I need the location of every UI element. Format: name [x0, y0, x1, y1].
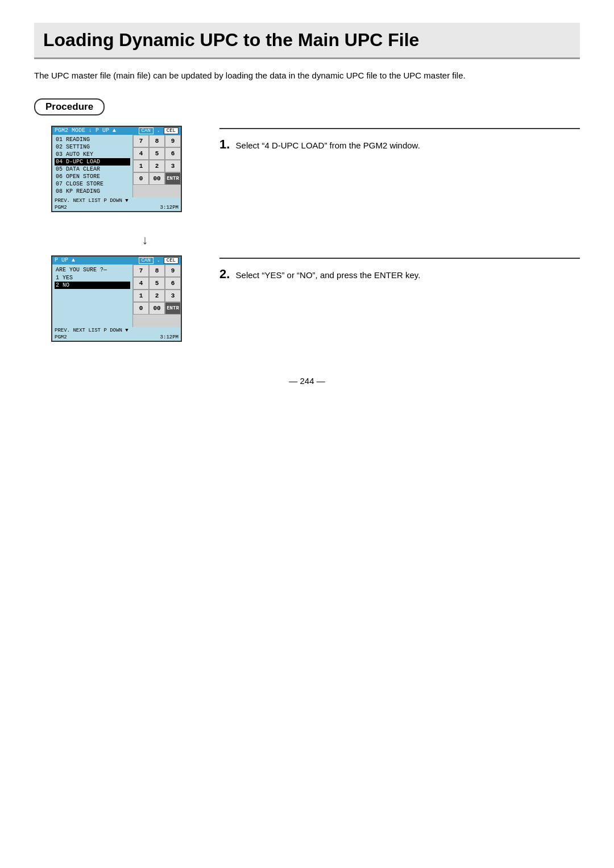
- numpad-6[interactable]: 6: [165, 147, 181, 160]
- step-1-number: 1.: [219, 137, 230, 151]
- screen2-blank2: [55, 296, 130, 304]
- screen2-footer: PGM2 3:12PM: [52, 334, 181, 341]
- procedure-label: Procedure: [34, 98, 105, 115]
- step-2-description: Select “YES” or “NO”, and press the ENTE…: [236, 270, 421, 280]
- menu-item-4[interactable]: 04 D-UPC LOAD: [55, 158, 130, 166]
- screen1-main: 01 READING 02 SETTING 03 AUTO KEY 04 D-U…: [52, 135, 181, 197]
- numpad-8[interactable]: 8: [149, 135, 165, 147]
- screen1-column: PGM2 MODE ↓ P UP ▲ CAN . CEL 01 READING …: [34, 126, 199, 212]
- numpad2-0[interactable]: 0: [133, 302, 149, 315]
- screen2-footer-left: PGM2: [55, 334, 67, 340]
- menu-item-2[interactable]: 02 SETTING: [55, 143, 130, 151]
- numpad-5[interactable]: 5: [149, 147, 165, 160]
- screen1-title: PGM2 MODE ↓ P UP ▲: [55, 127, 116, 134]
- screen2-nav: PREV. NEXT LIST P DOWN ▼: [55, 328, 128, 333]
- screen2-time: 3:12PM: [160, 334, 179, 340]
- numpad-2[interactable]: 2: [149, 160, 165, 172]
- numpad2-2[interactable]: 2: [149, 290, 165, 302]
- screen2-blank4: [55, 311, 130, 319]
- step-1-row: PGM2 MODE ↓ P UP ▲ CAN . CEL 01 READING …: [34, 126, 580, 212]
- menu-item-3[interactable]: 03 AUTO KEY: [55, 151, 130, 158]
- step-2-header: [219, 255, 580, 259]
- menu-item-5[interactable]: 05 DATA CLEAR: [55, 166, 130, 173]
- numpad2-9[interactable]: 9: [165, 264, 181, 277]
- screen1-footer-left: PGM2: [55, 205, 67, 210]
- step-1-text: 1. Select “4 D-UPC LOAD” from the PGM2 w…: [219, 135, 580, 154]
- step-2-row: P UP ▲ CAN . CEL ARE YOU SURE ?— 1 YES 2…: [34, 255, 580, 342]
- numpad-9[interactable]: 9: [165, 135, 181, 147]
- numpad2-4[interactable]: 4: [133, 277, 149, 290]
- numpad2-1[interactable]: 1: [133, 290, 149, 302]
- can-btn-2[interactable]: CAN: [139, 257, 154, 264]
- numpad2-6[interactable]: 6: [165, 277, 181, 290]
- numpad-7[interactable]: 7: [133, 135, 149, 147]
- numpad-entr[interactable]: ENTR: [165, 172, 181, 185]
- dot-btn-1: .: [157, 127, 160, 134]
- screen1-menu: 01 READING 02 SETTING 03 AUTO KEY 04 D-U…: [52, 135, 132, 197]
- screen1-numpad: 7 8 9 4 5 6 1 2 3 0 00 ENTR: [132, 135, 181, 197]
- numpad2-7[interactable]: 7: [133, 264, 149, 277]
- numpad-00[interactable]: 00: [149, 172, 165, 185]
- screen2-no[interactable]: 2 NO: [55, 282, 130, 289]
- screen1-buttons: CAN . CEL: [139, 127, 179, 134]
- step-2-content: 2. Select “YES” or “NO”, and press the E…: [219, 255, 580, 342]
- menu-item-7[interactable]: 07 CLOSE STORE: [55, 180, 130, 188]
- step-2-number: 2.: [219, 267, 230, 281]
- screen1-footer: PGM2 3:12PM: [52, 204, 181, 211]
- menu-item-8[interactable]: 08 KP READING: [55, 188, 130, 195]
- terminal-screen-1: PGM2 MODE ↓ P UP ▲ CAN . CEL 01 READING …: [51, 126, 182, 212]
- numpad2-5[interactable]: 5: [149, 277, 165, 290]
- screen2-top-bar: P UP ▲ CAN . CEL: [52, 257, 181, 264]
- screen2-blank3: [55, 304, 130, 311]
- screen2-column: P UP ▲ CAN . CEL ARE YOU SURE ?— 1 YES 2…: [34, 255, 199, 342]
- screen2-bottom-bar: PREV. NEXT LIST P DOWN ▼: [52, 327, 181, 334]
- numpad2-entr[interactable]: ENTR: [165, 302, 181, 315]
- menu-item-1[interactable]: 01 READING: [55, 136, 130, 143]
- arrow-down-icon: ↓: [142, 233, 148, 247]
- screen1-time: 3:12PM: [160, 205, 179, 210]
- screen1-bottom-bar: PREV. NEXT LIST P DOWN ▼: [52, 197, 181, 204]
- screen2-menu: ARE YOU SURE ?— 1 YES 2 NO: [52, 264, 132, 327]
- step-1-description: Select “4 D-UPC LOAD” from the PGM2 wind…: [236, 140, 420, 150]
- step-2-text: 2. Select “YES” or “NO”, and press the E…: [219, 264, 580, 283]
- screen2-buttons: CAN . CEL: [139, 257, 179, 264]
- numpad2-3[interactable]: 3: [165, 290, 181, 302]
- screen2-numpad: 7 8 9 4 5 6 1 2 3 0 00 ENTR: [132, 264, 181, 327]
- screen2-yes[interactable]: 1 YES: [55, 274, 130, 282]
- numpad-1[interactable]: 1: [133, 160, 149, 172]
- step-1-header: [219, 126, 580, 129]
- numpad-0[interactable]: 0: [133, 172, 149, 185]
- page-number: — 244 —: [34, 376, 580, 386]
- screen1-nav: PREV. NEXT LIST P DOWN ▼: [55, 198, 128, 204]
- menu-item-6[interactable]: 06 OPEN STORE: [55, 173, 130, 180]
- can-btn-1[interactable]: CAN: [139, 127, 154, 134]
- numpad-3[interactable]: 3: [165, 160, 181, 172]
- screen2-main: ARE YOU SURE ?— 1 YES 2 NO 7 8 9 4 5 6: [52, 264, 181, 327]
- intro-text: The UPC master file (main file) can be u…: [34, 69, 580, 82]
- screen2-blank1: [55, 289, 130, 296]
- numpad2-8[interactable]: 8: [149, 264, 165, 277]
- numpad-4[interactable]: 4: [133, 147, 149, 160]
- terminal-screen-2: P UP ▲ CAN . CEL ARE YOU SURE ?— 1 YES 2…: [51, 255, 182, 342]
- screen2-title: P UP ▲: [55, 257, 75, 264]
- dot-btn-2: .: [157, 257, 160, 264]
- screen2-prompt: ARE YOU SURE ?—: [55, 266, 130, 274]
- page-title: Loading Dynamic UPC to the Main UPC File: [34, 23, 580, 59]
- cel-btn-2[interactable]: CEL: [164, 257, 179, 264]
- screen1-top-bar: PGM2 MODE ↓ P UP ▲ CAN . CEL: [52, 127, 181, 135]
- cel-btn-1[interactable]: CEL: [164, 127, 179, 134]
- numpad2-00[interactable]: 00: [149, 302, 165, 315]
- step-1-content: 1. Select “4 D-UPC LOAD” from the PGM2 w…: [219, 126, 580, 212]
- screen2-blank5: [55, 319, 130, 326]
